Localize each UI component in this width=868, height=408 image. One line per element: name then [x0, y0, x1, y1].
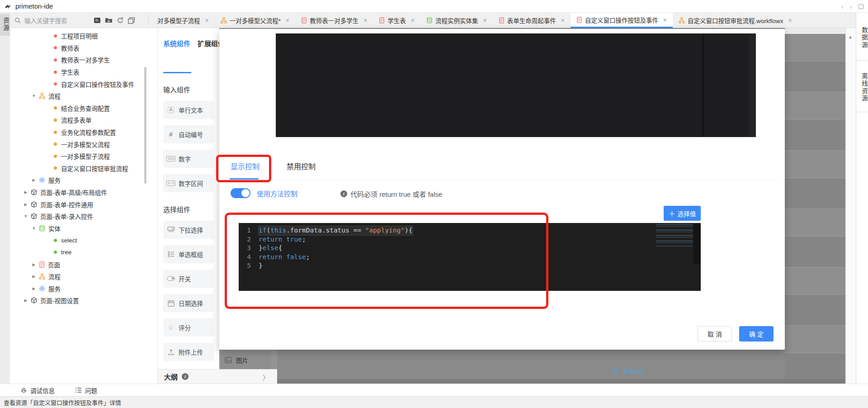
- tree-item[interactable]: tree: [10, 247, 157, 259]
- chevron-right-icon[interactable]: ▶: [32, 274, 36, 279]
- close-tab-icon[interactable]: ×: [363, 17, 367, 24]
- tree-item[interactable]: ▶页面-表单-控件通用: [10, 198, 157, 210]
- tree-item[interactable]: ▶服务: [10, 282, 157, 294]
- tree-item[interactable]: ▶页面-视图设置: [10, 294, 157, 307]
- palette-item[interactable]: 下拉选择: [163, 221, 214, 239]
- editor-tab[interactable]: 对多模型子流程×: [151, 13, 215, 28]
- new-folder-icon[interactable]: [105, 17, 113, 24]
- tree-item[interactable]: 一对多模型子流程: [10, 150, 157, 162]
- chevron-right-icon[interactable]: ▶: [24, 190, 28, 195]
- tree-item[interactable]: 业务化流程参数配置: [10, 126, 157, 138]
- sidebar-scrollbar[interactable]: [144, 67, 146, 184]
- select-value-button[interactable]: ＋ 选择值: [664, 206, 701, 221]
- nav-forward-icon[interactable]: ›: [850, 3, 852, 10]
- rail-tab-datasource[interactable]: 数据源: [856, 13, 868, 61]
- chevron-right-icon[interactable]: ▶: [32, 286, 36, 291]
- num-icon: 123: [163, 156, 179, 161]
- palette-item-label: 单选框组: [179, 250, 203, 259]
- palette-item[interactable]: ☆评分: [163, 318, 214, 337]
- palette-item[interactable]: 附件上传: [163, 343, 214, 361]
- tree-item[interactable]: 教师表一对多学生: [10, 54, 157, 66]
- close-tab-icon[interactable]: ×: [483, 17, 487, 24]
- editor-tab[interactable]: 表单生命周起事件×: [493, 13, 571, 28]
- tab-label: 表单生命周起事件: [507, 16, 556, 25]
- palette-item[interactable]: 日期选择: [163, 294, 214, 312]
- close-tab-icon[interactable]: ×: [205, 17, 209, 24]
- layout-icon[interactable]: [859, 4, 863, 9]
- editor-tab[interactable]: 自定义窗口操作按钮及事件×: [571, 13, 673, 28]
- tree-item[interactable]: ▶服务: [10, 174, 157, 186]
- tree-item[interactable]: 自定义窗口操作按钮及事件: [10, 78, 157, 90]
- tree-item-label: select: [61, 237, 77, 244]
- ok-button[interactable]: 确 定: [739, 326, 774, 342]
- palette-item-label: 开关: [179, 274, 191, 283]
- problems-button[interactable]: 问题: [75, 386, 97, 395]
- tree-item-label: 流程: [48, 272, 61, 281]
- close-tab-icon[interactable]: ×: [663, 16, 667, 24]
- editor-tab[interactable]: 自定义窗口按钮审批流程.workflowx×: [673, 13, 798, 28]
- text-icon: A: [163, 107, 179, 113]
- tree-item[interactable]: 教师表: [10, 42, 157, 54]
- close-tab-icon[interactable]: ×: [411, 17, 415, 24]
- editor-scrollbar[interactable]: [693, 224, 701, 265]
- chevron-down-icon[interactable]: ▼: [32, 226, 36, 231]
- editor-tab[interactable]: 学生表×: [373, 13, 420, 28]
- chevron-right-icon[interactable]: ▶: [24, 298, 28, 303]
- scroll-up-icon[interactable]: ▲: [848, 34, 853, 39]
- palette-item[interactable]: 单选框组: [163, 245, 214, 263]
- plus-icon: ＋: [669, 209, 675, 218]
- nav-back-icon[interactable]: ‹: [841, 3, 844, 10]
- palette-tab[interactable]: 系统组件: [163, 34, 190, 50]
- refresh-icon[interactable]: [117, 17, 124, 24]
- editor-tab[interactable]: 流程实例实体集×: [420, 13, 493, 28]
- palette-item[interactable]: A单行文本: [163, 101, 214, 119]
- debug-info-button[interactable]: 调试信息: [20, 386, 55, 395]
- tree-item[interactable]: 自定义窗口按钮审批流程: [10, 162, 157, 175]
- chevron-right-icon[interactable]: ▶: [32, 262, 36, 267]
- eye-icon: [611, 368, 619, 374]
- flow-icon: [679, 17, 685, 24]
- palette-item-label: 附件上传: [179, 347, 203, 356]
- editor-minimap: [656, 224, 693, 247]
- palette-item[interactable]: 123数字: [163, 150, 214, 168]
- chevron-right-icon[interactable]: ▶: [32, 178, 36, 182]
- tree-item[interactable]: ▼流程: [10, 90, 157, 102]
- dialog-tab[interactable]: 禁用控制: [287, 161, 316, 171]
- tree-item[interactable]: ▼页面-表单-录入控件: [10, 210, 157, 223]
- collapse-all-icon[interactable]: [128, 17, 135, 24]
- tree-item[interactable]: select: [10, 234, 157, 247]
- tree-item[interactable]: ▶页面-表单-高级/布局组件: [10, 186, 157, 199]
- tree-item[interactable]: ▼实体: [10, 223, 157, 235]
- board-icon[interactable]: [94, 17, 101, 24]
- node-dot-icon: [54, 34, 57, 38]
- tree-item[interactable]: ▶页面: [10, 258, 157, 270]
- status-bar: 查看资源「自定义窗口操作按钮及事件」详情: [0, 396, 868, 408]
- cube-icon: [31, 189, 37, 195]
- tree-item[interactable]: 结合业务查询配置: [10, 102, 157, 114]
- editor-tab[interactable]: 教师表一对多学生×: [295, 13, 373, 28]
- editor-tab[interactable]: 一对多模型父流程*×: [215, 13, 295, 28]
- palette-item[interactable]: 1~3数字区间: [163, 174, 214, 192]
- close-tab-icon[interactable]: ×: [286, 17, 289, 24]
- view-api-link[interactable]: 查看Api: [611, 366, 644, 375]
- tree-item[interactable]: 学生表: [10, 66, 157, 78]
- canvas-scrollbar[interactable]: ▲: [845, 28, 856, 386]
- tree-item[interactable]: 流程多表单: [10, 114, 157, 126]
- tree-item[interactable]: 工程项目明细: [10, 30, 157, 42]
- palette-outline-footer[interactable]: 大纲 i 〉: [158, 369, 277, 384]
- rail-tab-offline-resources[interactable]: 离线资源: [856, 61, 868, 112]
- close-tab-icon[interactable]: ×: [788, 17, 792, 24]
- radio-icon: [163, 251, 179, 257]
- rail-tab-resources[interactable]: 资源: [0, 14, 10, 36]
- method-control-toggle[interactable]: [231, 188, 250, 198]
- star-icon: ☆: [163, 324, 179, 331]
- chevron-right-icon[interactable]: ▶: [24, 202, 28, 207]
- chevron-down-icon[interactable]: ▼: [32, 94, 36, 98]
- chevron-down-icon[interactable]: ▼: [24, 214, 28, 218]
- palette-item[interactable]: #自动编号: [163, 125, 214, 143]
- tree-item[interactable]: 一对多模型父流程: [10, 138, 157, 150]
- palette-item[interactable]: 开关: [163, 270, 214, 288]
- cancel-button[interactable]: 取 消: [698, 326, 732, 342]
- tree-item[interactable]: ▶流程: [10, 270, 157, 283]
- close-tab-icon[interactable]: ×: [561, 17, 565, 24]
